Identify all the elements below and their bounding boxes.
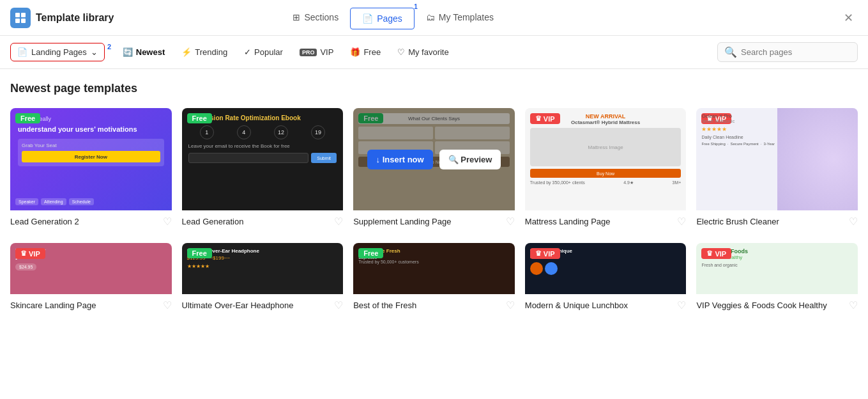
favorite-headphone[interactable]: ♡ — [334, 299, 343, 311]
insert-electric-brush[interactable]: ↓ Insert now — [710, 150, 776, 169]
chevron-down-icon: ⌄ — [91, 47, 98, 57]
card-veggies[interactable]: Veggies & Foods You Cook Healthy Fresh a… — [696, 243, 858, 317]
search-box[interactable]: 🔍 — [717, 42, 858, 62]
preview-headphone[interactable]: 🔍 Preview — [268, 259, 330, 279]
my-templates-label: My Templates — [439, 12, 494, 22]
insert-coffee[interactable]: ↓ Insert now — [367, 259, 433, 279]
card-lead-gen-2[interactable]: How to really understand your users' mot… — [10, 108, 172, 233]
card-name-lead-gen: Lead Generation — [182, 217, 244, 226]
insert-supplement[interactable]: ↓ Insert now — [367, 150, 433, 169]
card-supplement[interactable]: What Our Clients Says Shop Now Free ↓ In… — [353, 108, 515, 233]
card-name-supplement: Supplement Landing Page — [353, 217, 451, 226]
free-label: Free — [363, 47, 381, 57]
filter-favorite[interactable]: ♡ My favorite — [390, 44, 457, 60]
card-thumb-lead-gen: Conversion Rate Optimization Ebook 1 4 1… — [182, 108, 344, 210]
preview-coffee[interactable]: 🔍 Preview — [439, 259, 501, 279]
card-name-lead-gen-2: Lead Generation 2 — [10, 217, 79, 226]
popular-icon: ✓ — [244, 47, 251, 57]
nav-sections[interactable]: ⊞ Sections — [281, 6, 350, 29]
favorite-skincare[interactable]: ♡ — [163, 299, 172, 311]
card-footer-supplement: Supplement Landing Page ♡ — [353, 210, 515, 233]
card-name-lunchbox: Modern & Unique Lunchbox — [525, 301, 628, 310]
nav-my-templates[interactable]: 🗂 My Templates — [415, 6, 505, 29]
newest-label: Newest — [136, 47, 165, 57]
filter-newest[interactable]: 🔄 Newest — [115, 44, 173, 60]
insert-skincare[interactable]: ↓ Insert now — [24, 259, 89, 279]
card-name-electric-brush: Electric Brush Cleaner — [696, 217, 779, 226]
svg-rect-3 — [21, 19, 26, 23]
card-footer-lead-gen: Lead Generation ♡ — [182, 210, 344, 233]
card-coffee[interactable]: Best of the Fresh Espresso Trusted by 50… — [353, 243, 515, 317]
card-thumb-skincare: Perfect date for your skin $24.95 ♛VIP ↓… — [10, 243, 172, 294]
card-thumb-lead-gen-2: How to really understand your users' mot… — [10, 108, 172, 210]
close-button[interactable]: ✕ — [840, 9, 858, 27]
page-icon: 📄 — [17, 47, 27, 57]
favorite-supplement[interactable]: ♡ — [506, 215, 515, 228]
card-mattress[interactable]: NEW ARRIVAL Octasmart® Hybrid Mattress M… — [525, 108, 687, 233]
popular-label: Popular — [254, 47, 283, 57]
logo-icon — [10, 8, 31, 28]
dropdown-badge: 2 — [107, 43, 111, 51]
dropdown-label: Landing Pages — [31, 47, 87, 57]
filter-trending[interactable]: ⚡ Trending — [174, 44, 235, 60]
search-input[interactable] — [741, 47, 849, 57]
card-lead-gen[interactable]: Conversion Rate Optimization Ebook 1 4 1… — [182, 108, 344, 233]
favorite-mattress[interactable]: ♡ — [677, 215, 686, 228]
card-name-veggies: VIP Veggies & Foods Cook Healthy — [696, 301, 826, 310]
card-footer-mattress: Mattress Landing Page ♡ — [525, 210, 687, 233]
trending-label: Trending — [195, 47, 227, 57]
card-footer-veggies: VIP Veggies & Foods Cook Healthy ♡ — [696, 294, 858, 317]
favorite-lunchbox[interactable]: ♡ — [677, 299, 686, 311]
svg-rect-2 — [15, 19, 20, 23]
preview-lead-gen[interactable]: 🔍 Preview — [268, 150, 330, 169]
card-skincare[interactable]: Perfect date for your skin $24.95 ♛VIP ↓… — [10, 243, 172, 317]
insert-lead-gen[interactable]: ↓ Insert now — [195, 150, 261, 169]
card-electric-brush[interactable]: Oclean X Pro Smart Multisonic ★★★★★ Dail… — [696, 108, 858, 233]
search-icon: 🔍 — [724, 46, 737, 58]
card-name-skincare: Skincare Landing Page — [10, 301, 96, 310]
pages-icon: 📄 — [362, 13, 373, 24]
page-type-dropdown[interactable]: 📄 Landing Pages ⌄ — [10, 43, 105, 61]
favorite-coffee[interactable]: ♡ — [506, 299, 515, 311]
card-headphone[interactable]: Ultimate Over-Ear Headphone $129.95 ~~$1… — [182, 243, 344, 317]
card-footer-electric-brush: Electric Brush Cleaner ♡ — [696, 210, 858, 233]
card-thumb-lunchbox: Modern & Unique Lunchbox ♛VIP ↓ Insert n… — [525, 243, 687, 294]
cards-row-1: How to really understand your users' mot… — [10, 108, 858, 233]
content-area: Newest page templates How to really unde… — [0, 69, 868, 399]
card-name-headphone: Ultimate Over-Ear Headphone — [182, 301, 294, 310]
card-footer-lead-gen-2: Lead Generation 2 ♡ — [10, 210, 172, 233]
toolbar: 📄 Landing Pages ⌄ 2 🔄 Newest ⚡ Trending … — [0, 36, 868, 69]
preview-veggies[interactable]: 🔍 Preview — [782, 259, 844, 279]
header-nav: ⊞ Sections 📄 Pages 1 🗂 My Templates — [281, 6, 505, 29]
filter-vip[interactable]: PRO VIP — [292, 44, 341, 60]
preview-mattress[interactable]: 🔍 Preview — [611, 150, 673, 169]
nav-pages[interactable]: 📄 Pages 1 — [350, 8, 415, 29]
preview-electric-brush[interactable]: 🔍 Preview — [782, 150, 844, 169]
logo-text: Template library — [36, 12, 114, 24]
insert-veggies[interactable]: ↓ Insert now — [710, 259, 776, 279]
insert-lunchbox[interactable]: ↓ Insert now — [538, 259, 604, 279]
sections-icon: ⊞ — [293, 12, 300, 22]
favorite-veggies[interactable]: ♡ — [849, 299, 858, 311]
favorite-lead-gen[interactable]: ♡ — [334, 215, 343, 228]
card-thumb-supplement: What Our Clients Says Shop Now Free ↓ In… — [353, 108, 515, 210]
filter-free[interactable]: 🎁 Free — [342, 44, 388, 60]
card-thumb-coffee: Best of the Fresh Espresso Trusted by 50… — [353, 243, 515, 294]
preview-skincare[interactable]: 🔍 Preview — [96, 259, 158, 279]
favorite-lead-gen-2[interactable]: ♡ — [163, 215, 172, 228]
preview-lead-gen-2[interactable]: 🔍 Preview — [96, 150, 158, 169]
favorite-label: My favorite — [408, 47, 449, 57]
cards-row-2: Perfect date for your skin $24.95 ♛VIP ↓… — [10, 243, 858, 317]
preview-lunchbox[interactable]: 🔍 Preview — [611, 259, 673, 279]
card-thumb-electric-brush: Oclean X Pro Smart Multisonic ★★★★★ Dail… — [696, 108, 858, 210]
my-templates-icon: 🗂 — [426, 12, 435, 22]
insert-headphone[interactable]: ↓ Insert now — [195, 259, 261, 279]
insert-lead-gen-2[interactable]: ↓ Insert now — [24, 150, 89, 169]
filter-popular[interactable]: ✓ Popular — [236, 44, 291, 60]
card-lunchbox[interactable]: Modern & Unique Lunchbox ♛VIP ↓ Insert n… — [525, 243, 687, 317]
card-footer-lunchbox: Modern & Unique Lunchbox ♡ — [525, 294, 687, 317]
card-thumb-headphone: Ultimate Over-Ear Headphone $129.95 ~~$1… — [182, 243, 344, 294]
insert-mattress[interactable]: ↓ Insert now — [538, 150, 604, 169]
preview-supplement[interactable]: 🔍 Preview — [439, 150, 501, 169]
favorite-electric-brush[interactable]: ♡ — [849, 215, 858, 228]
